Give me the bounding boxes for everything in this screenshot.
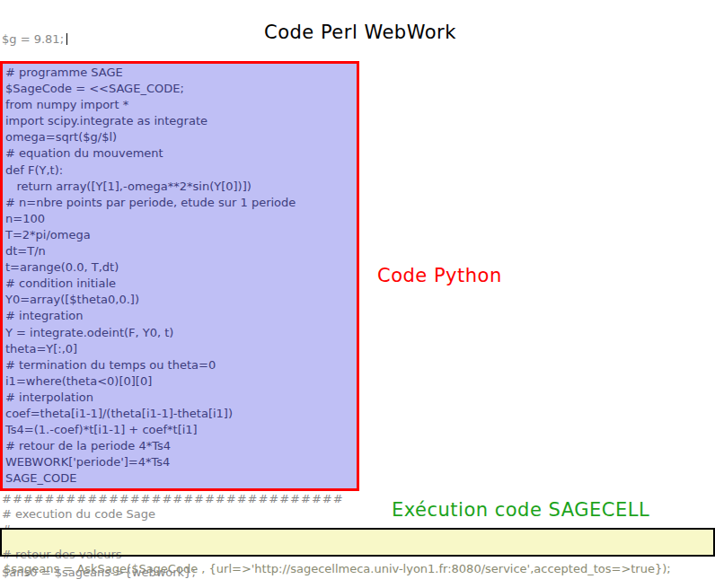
- code-line: Ts4=(1.-coef)*t[i1-1] + coef*t[i1]: [5, 422, 357, 438]
- code-line: Y0=array([$theta0,0.]): [5, 292, 357, 308]
- code-line: Y = integrate.odeint(F, Y0, t): [5, 325, 357, 341]
- code-line: $g = 9.81;: [2, 32, 290, 47]
- code-line: theta=Y[:,0]: [5, 341, 357, 357]
- code-line: $SageCode = <<SAGE_CODE;: [5, 81, 357, 97]
- code-line: SAGE_CODE: [5, 470, 357, 487]
- code-line: # n=nbre points par periode, etude sur 1…: [5, 195, 357, 211]
- code-line: return array([Y[1],-omega**2*sin(Y[0])]): [5, 179, 357, 195]
- perl-webwork-label: Code Perl WebWork: [264, 22, 456, 43]
- code-line: WEBWORK['periode']=4*Ts4: [5, 454, 357, 470]
- code-line: # condition initiale: [5, 276, 357, 292]
- code-line: # programme SAGE: [5, 65, 357, 81]
- code-line: # termination du temps ou theta=0: [5, 357, 357, 373]
- code-line: T=2*pi/omega: [5, 227, 357, 243]
- text-caret: [66, 33, 67, 45]
- code-line: # equation du mouvement: [5, 145, 357, 162]
- code-line: n=100: [5, 211, 357, 227]
- code-line: omega=sqrt($g/$l): [5, 129, 357, 145]
- code-line: from numpy import *: [5, 97, 357, 113]
- sagecell-execution-label: Exécution code SAGECELL: [392, 499, 649, 521]
- code-line: import scipy.integrate as integrate: [5, 113, 357, 129]
- python-code-label: Code Python: [377, 265, 502, 286]
- code-line: # execution du code Sage: [2, 506, 344, 522]
- code-line: t=arange(0.0, T,dt): [5, 259, 357, 276]
- code-text: $g = 9.81;: [2, 32, 64, 46]
- code-line: # retour de la periode 4*Ts4: [5, 438, 357, 454]
- code-line: coef=theta[i1-1]/(theta[i1-1]-theta[i1]): [5, 406, 357, 422]
- code-line: def F(Y,t):: [5, 162, 357, 179]
- sagecell-box-bottom-border: [0, 555, 715, 557]
- sage-code-box[interactable]: # programme SAGE$SageCode = <<SAGE_CODE;…: [0, 61, 359, 491]
- code-line: dt=T/n: [5, 243, 357, 259]
- clipped-bottom-line: $ans = Compute($ans0->{periode});: [2, 581, 361, 588]
- code-line: i1=where(theta<0)[0][0]: [5, 373, 357, 390]
- code-line: # integration: [5, 308, 357, 324]
- hash-separator: ################################: [2, 491, 344, 506]
- code-line: # interpolation: [5, 390, 357, 406]
- code-line: $ans0 = $sageans->{webwork};: [2, 565, 196, 580]
